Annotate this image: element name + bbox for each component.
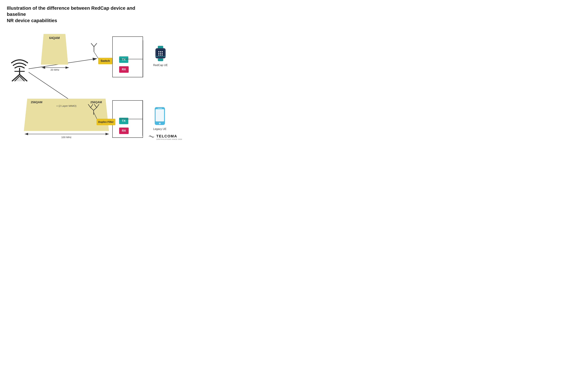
svg-line-20	[94, 108, 97, 110]
antenna-top-icon	[89, 42, 99, 54]
legacy-label: Legacy UE	[153, 128, 166, 131]
256qam-left: 256QAM	[31, 101, 42, 108]
svg-point-35	[158, 51, 159, 52]
svg-rect-32	[158, 46, 163, 48]
telcoma-brand: TELCOMA	[156, 134, 182, 138]
svg-point-48	[159, 123, 161, 124]
tower-icon	[9, 56, 31, 82]
svg-point-41	[158, 55, 159, 56]
top-bw-label: 20 MHz	[41, 68, 69, 71]
svg-point-37	[162, 51, 163, 52]
tx-bottom-button: TX	[119, 118, 128, 124]
page: Illustration of the difference between R…	[0, 0, 187, 143]
mimo-label: + (2 Layer MIMO)	[56, 104, 76, 108]
svg-point-43	[162, 55, 163, 56]
svg-line-15	[94, 43, 97, 47]
64qam-label: 64QAM	[49, 36, 60, 40]
redcap-ue: RedCap UE	[153, 46, 168, 67]
svg-line-17	[91, 108, 94, 110]
svg-point-40	[162, 53, 163, 54]
page-title: Illustration of the difference between R…	[7, 5, 140, 24]
tx-top-button: TX	[119, 56, 128, 63]
rx-top-button: RX	[119, 66, 129, 73]
svg-rect-47	[156, 109, 164, 121]
telcoma-text: TELCOMA CERTIFICATIONS SINCE 2009	[156, 134, 182, 140]
svg-line-18	[88, 104, 91, 108]
telcoma-logo: TELCOMA CERTIFICATIONS SINCE 2009	[148, 134, 182, 140]
svg-rect-44	[158, 59, 163, 61]
svg-line-19	[91, 104, 93, 108]
svg-line-14	[91, 43, 94, 47]
svg-point-39	[160, 53, 161, 54]
svg-marker-12	[12, 74, 27, 81]
svg-rect-45	[155, 56, 166, 57]
telcoma-tagline: CERTIFICATIONS SINCE 2009	[156, 138, 182, 140]
antenna-bottom-icon	[87, 103, 100, 117]
redcap-label: RedCap UE	[153, 64, 168, 67]
svg-point-42	[160, 55, 161, 56]
svg-line-21	[94, 104, 97, 108]
telcoma-waves-icon	[148, 134, 155, 140]
svg-point-38	[158, 53, 159, 54]
duplex-filter-button: Duplex Filter	[96, 119, 115, 125]
rx-bottom-button: RX	[119, 128, 129, 134]
bottom-bw-label: 100 MHz	[24, 136, 109, 139]
svg-line-22	[97, 104, 99, 108]
legacy-ue: Legacy UE	[153, 107, 166, 131]
svg-point-50	[151, 136, 152, 137]
switch-button: Switch	[98, 58, 112, 64]
64qam-block: 64QAM	[41, 34, 68, 65]
diagram: 64QAM 20 MHz 256QAM	[7, 25, 180, 140]
svg-rect-49	[158, 108, 162, 109]
svg-point-36	[160, 51, 161, 52]
